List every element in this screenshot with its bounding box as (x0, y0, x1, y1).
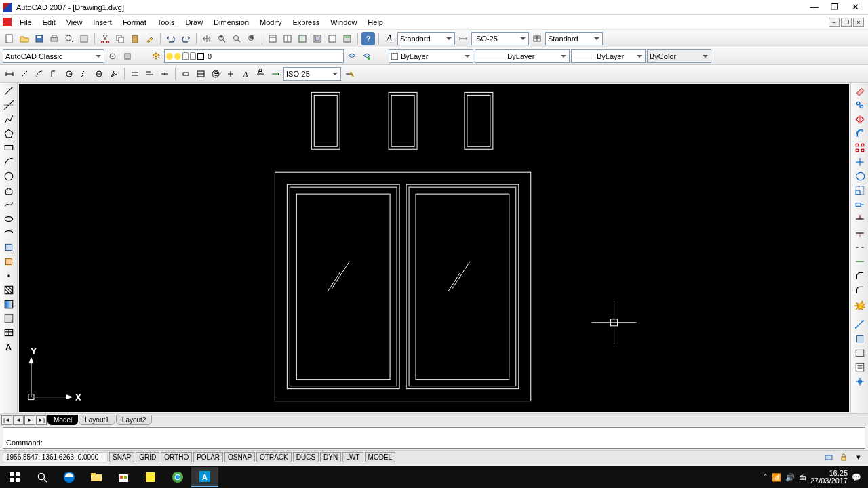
ellipsearc-button[interactable] (3, 227, 15, 239)
taskbar-clock[interactable]: 16.25 27/03/2017 (810, 470, 848, 485)
task-autocad[interactable]: A (191, 467, 218, 487)
plot-button[interactable] (47, 32, 61, 45)
spline-button[interactable] (3, 199, 15, 211)
dim-quick-button[interactable] (128, 67, 142, 81)
tray-notifications-icon[interactable]: 💬 (852, 473, 861, 482)
dim-centermark-button[interactable] (224, 67, 237, 81)
status-lock-icon[interactable] (837, 451, 850, 464)
workspace-dropdown[interactable]: AutoCAD Classic (3, 49, 104, 63)
status-tray-icon[interactable]: ▾ (852, 451, 865, 464)
area-button[interactable] (854, 333, 866, 345)
mirror-button[interactable] (854, 113, 866, 125)
layerstate-button[interactable] (360, 49, 374, 63)
hatch-button[interactable] (3, 284, 15, 296)
dim-aligned-button[interactable] (18, 67, 31, 81)
layerprev-button[interactable] (345, 49, 359, 63)
polyline-button[interactable] (3, 113, 15, 125)
tab-last[interactable]: ►| (36, 415, 47, 425)
properties-button[interactable] (266, 32, 279, 45)
close-button[interactable]: ✕ (845, 1, 865, 14)
list-button[interactable] (854, 361, 866, 373)
dimstyle-current-dropdown[interactable]: ISO-25 (283, 67, 341, 81)
break-button[interactable] (854, 241, 866, 253)
dim-linear-button[interactable] (3, 67, 16, 81)
dim-arc-button[interactable] (33, 67, 46, 81)
gradient-button[interactable] (3, 298, 15, 310)
point-button[interactable] (3, 270, 15, 282)
start-button[interactable] (1, 467, 28, 487)
menu-insert[interactable]: Insert (87, 17, 117, 28)
textstyle-icon[interactable]: A (382, 32, 396, 45)
mtext-button[interactable]: A (3, 341, 15, 353)
model-toggle[interactable]: MODEL (365, 452, 396, 462)
stretch-button[interactable] (854, 199, 866, 211)
region2-button[interactable] (854, 347, 866, 359)
workspace-settings-button[interactable] (106, 49, 119, 63)
ducs-toggle[interactable]: DUCS (293, 452, 319, 462)
tab-prev[interactable]: ◄ (13, 415, 24, 425)
pan-button[interactable] (200, 32, 214, 45)
redo-button[interactable] (179, 32, 193, 45)
cut-button[interactable] (98, 32, 112, 45)
revcloud-button[interactable] (3, 184, 15, 197)
menu-window[interactable]: Window (325, 17, 362, 28)
join-button[interactable] (854, 256, 866, 268)
locate-button[interactable] (854, 375, 866, 388)
open-button[interactable] (18, 32, 31, 45)
tablestyle-dropdown[interactable]: Standard (545, 32, 603, 45)
dimstyle-mgr-button[interactable] (342, 67, 356, 81)
status-comm-icon[interactable] (822, 451, 835, 464)
dimstyle-icon[interactable] (456, 32, 470, 45)
explode-button[interactable] (854, 298, 866, 310)
menu-edit[interactable]: Edit (37, 17, 61, 28)
task-store[interactable] (110, 467, 137, 487)
trim-button[interactable] (854, 213, 866, 225)
grid-toggle[interactable]: GRID (136, 452, 159, 462)
tray-chevron-icon[interactable]: ˄ (764, 473, 768, 482)
dim-tolerance-button[interactable]: ⊕ (209, 67, 222, 81)
menu-express[interactable]: Express (287, 17, 325, 28)
line-button[interactable] (3, 85, 15, 97)
paste-button[interactable] (128, 32, 142, 45)
scale-button[interactable] (854, 184, 866, 197)
menu-view[interactable]: View (61, 17, 88, 28)
menu-file[interactable]: File (14, 17, 37, 28)
rotate-button[interactable] (854, 170, 866, 182)
circle-button[interactable] (3, 170, 15, 182)
polygon-button[interactable] (3, 127, 15, 140)
copy2-button[interactable] (854, 99, 866, 111)
menu-format[interactable]: Format (117, 17, 152, 28)
task-notes[interactable] (137, 467, 164, 487)
dim-break-button[interactable] (194, 67, 208, 81)
mdi-close[interactable]: × (853, 18, 864, 27)
dim-update-button[interactable] (269, 67, 282, 81)
move-button[interactable] (854, 156, 866, 168)
ellipse-button[interactable] (3, 213, 15, 225)
insert-button[interactable] (3, 241, 15, 253)
menu-tools[interactable]: Tools (152, 17, 180, 28)
menu-modify[interactable]: Modify (254, 17, 287, 28)
dim-angular-button[interactable] (107, 67, 121, 81)
distance-button[interactable] (854, 319, 866, 331)
snap-toggle[interactable]: SNAP (109, 452, 134, 462)
arc-button[interactable] (3, 156, 15, 168)
menu-help[interactable]: Help (362, 17, 389, 28)
table-button[interactable] (3, 327, 15, 339)
textstyle-dropdown[interactable]: Standard (397, 32, 455, 45)
matchprop-button[interactable] (143, 32, 157, 45)
osnap-toggle[interactable]: OSNAP (224, 452, 255, 462)
mdi-minimize[interactable]: – (829, 18, 840, 27)
quickcalc-button[interactable] (340, 32, 354, 45)
region-button[interactable] (3, 312, 15, 325)
zoom-window-button[interactable] (230, 32, 243, 45)
tray-lang-icon[interactable]: 🖮 (799, 473, 806, 481)
dim-edit-button[interactable]: A (239, 67, 252, 81)
task-chrome[interactable] (164, 467, 191, 487)
dim-diameter-button[interactable] (92, 67, 106, 81)
fillet-button[interactable] (854, 284, 866, 296)
tray-volume-icon[interactable]: 🔊 (785, 473, 795, 482)
plotstyle-dropdown[interactable]: ByColor (647, 49, 711, 63)
dim-radius-button[interactable] (62, 67, 76, 81)
publish-button[interactable] (77, 32, 91, 45)
maximize-button[interactable]: ❐ (825, 1, 845, 14)
